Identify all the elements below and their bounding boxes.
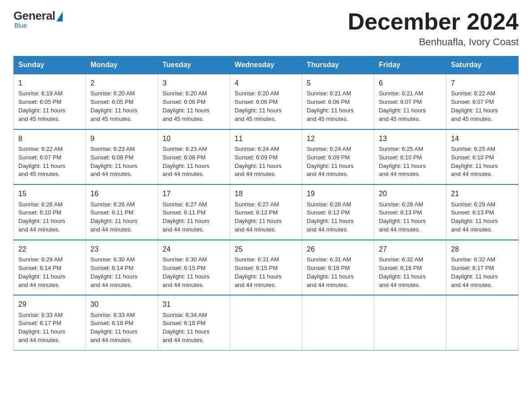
day-info: Sunrise: 6:25 AM Sunset: 6:10 PM Dayligh…	[451, 145, 514, 179]
calendar-cell	[302, 295, 374, 350]
day-number: 3	[163, 78, 225, 88]
calendar-cell: 5Sunrise: 6:21 AM Sunset: 6:06 PM Daylig…	[302, 74, 374, 129]
day-number: 28	[451, 244, 514, 254]
calendar-cell: 11Sunrise: 6:24 AM Sunset: 6:09 PM Dayli…	[230, 129, 302, 185]
calendar-cell: 16Sunrise: 6:26 AM Sunset: 6:11 PM Dayli…	[86, 184, 158, 240]
day-info: Sunrise: 6:28 AM Sunset: 6:13 PM Dayligh…	[379, 201, 442, 234]
day-info: Sunrise: 6:34 AM Sunset: 6:18 PM Dayligh…	[163, 311, 225, 345]
day-number: 1	[18, 78, 81, 88]
header-monday: Monday	[86, 56, 158, 74]
day-number: 25	[235, 244, 297, 254]
calendar-table: SundayMondayTuesdayWednesdayThursdayFrid…	[13, 56, 519, 351]
title-block: December 2024 Benhuafla, Ivory Coast	[348, 9, 519, 48]
calendar-cell: 14Sunrise: 6:25 AM Sunset: 6:10 PM Dayli…	[446, 129, 519, 185]
day-number: 9	[90, 133, 153, 144]
calendar-cell: 18Sunrise: 6:27 AM Sunset: 6:12 PM Dayli…	[230, 184, 302, 240]
calendar-week-row: 29Sunrise: 6:33 AM Sunset: 6:17 PM Dayli…	[14, 295, 519, 350]
day-info: Sunrise: 6:30 AM Sunset: 6:15 PM Dayligh…	[163, 256, 225, 289]
calendar-cell: 12Sunrise: 6:24 AM Sunset: 6:09 PM Dayli…	[302, 129, 374, 185]
calendar-cell	[374, 295, 446, 350]
calendar-cell: 3Sunrise: 6:20 AM Sunset: 6:06 PM Daylig…	[158, 74, 230, 129]
calendar-cell: 2Sunrise: 6:20 AM Sunset: 6:05 PM Daylig…	[86, 74, 158, 129]
day-info: Sunrise: 6:33 AM Sunset: 6:18 PM Dayligh…	[90, 311, 153, 345]
day-info: Sunrise: 6:20 AM Sunset: 6:06 PM Dayligh…	[163, 90, 225, 123]
day-info: Sunrise: 6:31 AM Sunset: 6:15 PM Dayligh…	[235, 256, 297, 289]
day-info: Sunrise: 6:28 AM Sunset: 6:12 PM Dayligh…	[307, 201, 369, 234]
page-header: General Blue December 2024 Benhuafla, Iv…	[13, 9, 519, 48]
day-info: Sunrise: 6:24 AM Sunset: 6:09 PM Dayligh…	[307, 145, 369, 179]
day-number: 26	[307, 244, 369, 254]
header-friday: Friday	[374, 56, 446, 74]
day-number: 19	[307, 188, 369, 199]
calendar-cell: 19Sunrise: 6:28 AM Sunset: 6:12 PM Dayli…	[302, 184, 374, 240]
day-info: Sunrise: 6:26 AM Sunset: 6:10 PM Dayligh…	[18, 201, 81, 234]
day-info: Sunrise: 6:27 AM Sunset: 6:11 PM Dayligh…	[163, 201, 225, 234]
header-tuesday: Tuesday	[158, 56, 230, 74]
header-thursday: Thursday	[302, 56, 374, 74]
day-number: 12	[307, 133, 369, 144]
calendar-cell: 30Sunrise: 6:33 AM Sunset: 6:18 PM Dayli…	[86, 295, 158, 350]
calendar-cell: 21Sunrise: 6:29 AM Sunset: 6:13 PM Dayli…	[446, 184, 519, 240]
header-saturday: Saturday	[446, 56, 519, 74]
calendar-cell: 6Sunrise: 6:21 AM Sunset: 6:07 PM Daylig…	[374, 74, 446, 129]
calendar-cell: 8Sunrise: 6:22 AM Sunset: 6:07 PM Daylig…	[14, 129, 86, 185]
day-number: 2	[90, 78, 153, 88]
day-info: Sunrise: 6:21 AM Sunset: 6:07 PM Dayligh…	[379, 90, 442, 123]
day-info: Sunrise: 6:23 AM Sunset: 6:08 PM Dayligh…	[163, 145, 225, 179]
calendar-cell: 29Sunrise: 6:33 AM Sunset: 6:17 PM Dayli…	[14, 295, 86, 350]
calendar-cell: 28Sunrise: 6:32 AM Sunset: 6:17 PM Dayli…	[446, 240, 519, 295]
day-number: 13	[379, 133, 442, 144]
day-number: 4	[235, 78, 297, 88]
day-info: Sunrise: 6:24 AM Sunset: 6:09 PM Dayligh…	[235, 145, 297, 179]
day-info: Sunrise: 6:33 AM Sunset: 6:17 PM Dayligh…	[18, 311, 81, 345]
calendar-cell: 25Sunrise: 6:31 AM Sunset: 6:15 PM Dayli…	[230, 240, 302, 295]
day-number: 10	[163, 133, 225, 144]
calendar-header-row: SundayMondayTuesdayWednesdayThursdayFrid…	[14, 56, 519, 74]
calendar-cell: 27Sunrise: 6:32 AM Sunset: 6:16 PM Dayli…	[374, 240, 446, 295]
day-number: 24	[163, 244, 225, 254]
day-number: 7	[451, 78, 514, 88]
day-info: Sunrise: 6:23 AM Sunset: 6:08 PM Dayligh…	[90, 145, 153, 179]
calendar-cell: 10Sunrise: 6:23 AM Sunset: 6:08 PM Dayli…	[158, 129, 230, 185]
day-info: Sunrise: 6:29 AM Sunset: 6:14 PM Dayligh…	[18, 256, 81, 289]
logo-blue-text: Blue	[14, 22, 27, 29]
day-info: Sunrise: 6:27 AM Sunset: 6:12 PM Dayligh…	[235, 201, 297, 234]
calendar-cell: 22Sunrise: 6:29 AM Sunset: 6:14 PM Dayli…	[14, 240, 86, 295]
day-number: 8	[18, 133, 81, 144]
header-sunday: Sunday	[14, 56, 86, 74]
calendar-cell: 26Sunrise: 6:31 AM Sunset: 6:16 PM Dayli…	[302, 240, 374, 295]
day-number: 22	[18, 244, 81, 254]
day-info: Sunrise: 6:20 AM Sunset: 6:05 PM Dayligh…	[90, 90, 153, 123]
day-number: 17	[163, 188, 225, 199]
calendar-week-row: 8Sunrise: 6:22 AM Sunset: 6:07 PM Daylig…	[14, 129, 519, 185]
sub-title: Benhuafla, Ivory Coast	[348, 36, 519, 48]
day-info: Sunrise: 6:21 AM Sunset: 6:06 PM Dayligh…	[307, 90, 369, 123]
calendar-cell: 4Sunrise: 6:20 AM Sunset: 6:06 PM Daylig…	[230, 74, 302, 129]
day-number: 29	[18, 299, 81, 309]
main-title: December 2024	[348, 9, 519, 34]
day-info: Sunrise: 6:26 AM Sunset: 6:11 PM Dayligh…	[90, 201, 153, 234]
day-number: 11	[235, 133, 297, 144]
calendar-cell: 9Sunrise: 6:23 AM Sunset: 6:08 PM Daylig…	[86, 129, 158, 185]
day-number: 30	[90, 299, 153, 309]
calendar-cell: 23Sunrise: 6:30 AM Sunset: 6:14 PM Dayli…	[86, 240, 158, 295]
calendar-cell	[230, 295, 302, 350]
day-info: Sunrise: 6:25 AM Sunset: 6:10 PM Dayligh…	[379, 145, 442, 179]
day-info: Sunrise: 6:32 AM Sunset: 6:17 PM Dayligh…	[451, 256, 514, 289]
calendar-cell: 24Sunrise: 6:30 AM Sunset: 6:15 PM Dayli…	[158, 240, 230, 295]
day-info: Sunrise: 6:31 AM Sunset: 6:16 PM Dayligh…	[307, 256, 369, 289]
calendar-week-row: 1Sunrise: 6:19 AM Sunset: 6:05 PM Daylig…	[14, 74, 519, 129]
calendar-week-row: 15Sunrise: 6:26 AM Sunset: 6:10 PM Dayli…	[14, 184, 519, 240]
header-wednesday: Wednesday	[230, 56, 302, 74]
calendar-cell: 7Sunrise: 6:22 AM Sunset: 6:07 PM Daylig…	[446, 74, 519, 129]
calendar-cell	[446, 295, 519, 350]
day-number: 27	[379, 244, 442, 254]
day-number: 20	[379, 188, 442, 199]
day-number: 5	[307, 78, 369, 88]
day-info: Sunrise: 6:20 AM Sunset: 6:06 PM Dayligh…	[235, 90, 297, 123]
day-info: Sunrise: 6:22 AM Sunset: 6:07 PM Dayligh…	[18, 145, 81, 179]
day-number: 14	[451, 133, 514, 144]
calendar-week-row: 22Sunrise: 6:29 AM Sunset: 6:14 PM Dayli…	[14, 240, 519, 295]
logo-triangle-icon	[56, 12, 63, 21]
day-number: 31	[163, 299, 225, 309]
